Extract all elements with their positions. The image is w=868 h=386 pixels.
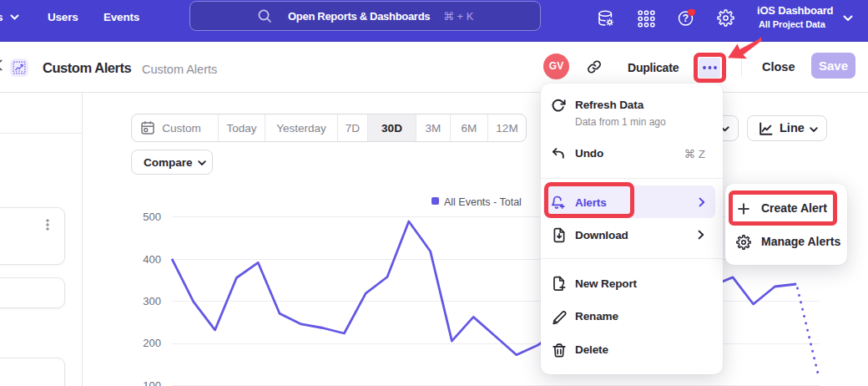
svg-text:?: ? — [683, 13, 689, 24]
